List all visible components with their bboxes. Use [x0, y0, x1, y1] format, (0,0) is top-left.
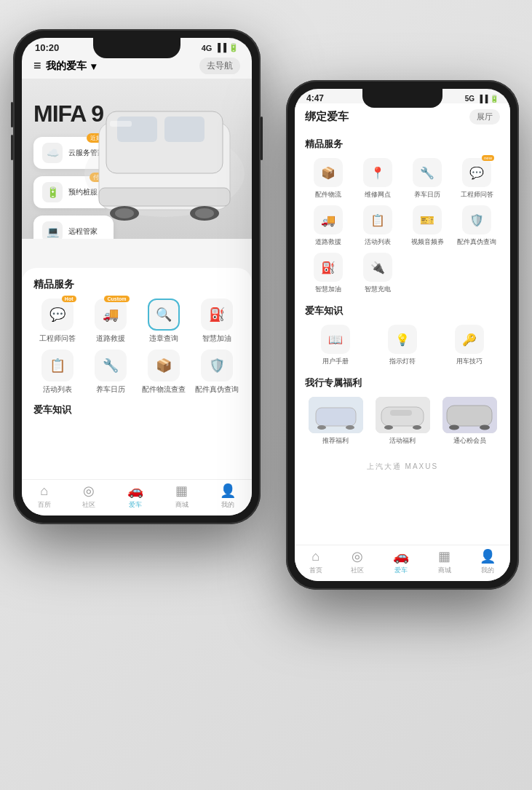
r-service-5[interactable]: 📋 活动列表 [354, 205, 401, 247]
service-icon-emoji-1: 🚚 [103, 307, 119, 323]
r-nav-car-label: 爱车 [394, 566, 408, 575]
right-services-section: 精品服务 📦 配件物流 📍 维修网点 🔧 养车日历 [305, 138, 500, 294]
r-service-2[interactable]: 🔧 养车日历 [404, 158, 450, 200]
r-nav-home-label: 首页 [309, 566, 322, 575]
service-label-6: 配件物流查查 [142, 384, 186, 395]
service-icon-0: 💬 Hot [41, 299, 74, 331]
service-item-6[interactable]: 📦 配件物流查查 [140, 349, 187, 395]
r-badge-3: new [482, 155, 494, 161]
signal-text: 4G [202, 44, 213, 52]
r-service-9[interactable]: 🔌 智慧充电 [354, 253, 401, 294]
r-service-7[interactable]: 🛡️ 配件真伪查询 [453, 205, 500, 247]
service-icon-1: 🚚 Custom [95, 299, 127, 331]
knowledge-label-0: 用户手册 [322, 357, 349, 366]
service-icon-4: 📋 [41, 349, 74, 382]
knowledge-icon-2: 🔑 [455, 325, 484, 354]
right-title: 绑定爱车 [305, 110, 349, 124]
service-icon-emoji-2: 🔍 [156, 307, 172, 323]
service-item-2[interactable]: 🔍 违章查询 [140, 299, 187, 344]
welfare-item-1[interactable]: 活动福利 [372, 397, 433, 446]
r-service-8[interactable]: ⛽ 智慧加油 [305, 253, 352, 294]
service-item-7[interactable]: 🛡️ 配件真伪查询 [193, 349, 240, 395]
r-service-6[interactable]: 🎫 视频音频券 [404, 205, 450, 247]
nav-shop-label: 商城 [175, 500, 188, 510]
welfare-item-2[interactable]: 通心粉会员 [439, 397, 500, 446]
svg-point-13 [317, 425, 326, 430]
nav-me[interactable]: 👤 我的 [220, 483, 236, 510]
brand-name: 上汽大通 MAXUS [367, 462, 438, 470]
svg-point-18 [413, 425, 421, 430]
svg-point-17 [384, 425, 393, 430]
nav-car[interactable]: 🚗 爱车 [127, 483, 143, 510]
car-hero: MIFA 9 近好奥析 ☁️ 云服务管家 付签8折 🔋 预约桩服 💻 [22, 79, 252, 239]
r-service-1[interactable]: 📍 维修网点 [354, 158, 401, 200]
left-bottom-card: 精品服务 💬 Hot 工程师问答 🚚 Custom [22, 268, 252, 479]
r-label-6: 视频音频券 [411, 237, 444, 247]
phone-right: 4:47 5G ▐▐ 🔋 绑定爱车 展厅 精品服务 📦 [286, 80, 519, 590]
r-label-7: 配件真伪查询 [457, 237, 496, 247]
left-knowledge-title: 爱车知识 [33, 403, 240, 416]
right-services-title: 精品服务 [305, 138, 500, 151]
knowledge-grid: 📖 用户手册 💡 指示灯符 🔑 用车技巧 [305, 325, 500, 366]
nav-button[interactable]: 去导航 [199, 58, 240, 74]
right-bottom-nav: ⌂ 首页 ◎ 社区 🚗 爱车 ▦ 商城 👤 我的 [295, 545, 510, 581]
knowledge-item-1[interactable]: 💡 指示灯符 [372, 325, 433, 366]
dropdown-icon[interactable]: ▾ [91, 60, 96, 72]
welfare-img-0 [309, 397, 363, 433]
svg-point-23 [480, 425, 490, 430]
r-service-4[interactable]: 🚚 道路救援 [305, 205, 352, 247]
r-icon-1: 📍 [363, 158, 392, 187]
svg-rect-4 [164, 116, 205, 142]
r-label-2: 养车日历 [414, 190, 440, 200]
car-icon: 🚗 [127, 483, 143, 499]
svg-rect-10 [110, 121, 132, 127]
battery-icon2: 🔋 [42, 182, 63, 202]
svg-rect-16 [381, 407, 424, 426]
service-item-1[interactable]: 🚚 Custom 道路救援 [87, 299, 134, 344]
r-label-8: 智慧加油 [315, 285, 341, 294]
r-nav-shop[interactable]: ▦ 商城 [438, 548, 451, 575]
r-car-icon: 🚗 [393, 548, 409, 564]
service-item-0[interactable]: 💬 Hot 工程师问答 [33, 299, 81, 344]
battery-icon: ▐▐ 🔋 [215, 43, 239, 52]
r-nav-me-label: 我的 [481, 566, 494, 575]
showroom-button[interactable]: 展厅 [469, 109, 500, 125]
nav-home-label: 百所 [38, 500, 51, 510]
r-nav-me[interactable]: 👤 我的 [480, 548, 496, 575]
r-service-0[interactable]: 📦 配件物流 [305, 158, 352, 200]
r-nav-car[interactable]: 🚗 爱车 [393, 548, 409, 575]
knowledge-item-0[interactable]: 📖 用户手册 [305, 325, 366, 366]
r-nav-home[interactable]: ⌂ 首页 [309, 549, 322, 575]
nav-me-label: 我的 [221, 500, 234, 510]
right-status-icons: 5G ▐▐ 🔋 [465, 95, 499, 103]
r-service-3[interactable]: 💬 new 工程师问答 [453, 158, 500, 200]
service-item-5[interactable]: 🔧 养车日历 [87, 349, 134, 395]
service-icon-2: 🔍 [148, 299, 180, 331]
left-screen: 10:20 4G ▐▐ 🔋 ≡ 我的爱车 ▾ 去导航 MIFA 9 [22, 38, 252, 516]
right-welfare-title: 我行专属福利 [305, 376, 500, 390]
r-label-9: 智慧充电 [365, 285, 391, 294]
nav-community[interactable]: ◎ 社区 [82, 483, 95, 510]
left-time: 10:20 [35, 42, 59, 53]
service-item-4[interactable]: 📋 活动列表 [33, 349, 81, 395]
left-title-area: ≡ 我的爱车 ▾ [33, 58, 96, 74]
right-welfare-section: 我行专属福利 推荐福利 [305, 376, 500, 446]
service-label-5: 养车日历 [96, 384, 125, 395]
right-content: 精品服务 📦 配件物流 📍 维修网点 🔧 养车日历 [295, 130, 510, 550]
service-label-3: 智慧加油 [202, 333, 231, 344]
menu-icon[interactable]: ≡ [33, 58, 41, 74]
r-icon-4: 🚚 [314, 205, 343, 234]
service-item-3[interactable]: ⛽ 智慧加油 [193, 299, 240, 344]
r-shop-icon: ▦ [438, 548, 450, 564]
service-icon-emoji-4: 📋 [49, 358, 65, 374]
welfare-grid: 推荐福利 [305, 397, 500, 446]
brand-footer: 上汽大通 MAXUS [305, 456, 500, 475]
r-nav-community[interactable]: ◎ 社区 [351, 548, 364, 575]
welfare-img-2 [442, 397, 497, 433]
nav-home[interactable]: ⌂ 百所 [38, 483, 51, 510]
nav-shop[interactable]: ▦ 商城 [175, 483, 188, 510]
r-icon-9: 🔌 [363, 253, 392, 282]
welfare-item-0[interactable]: 推荐福利 [305, 397, 366, 446]
knowledge-item-2[interactable]: 🔑 用车技巧 [439, 325, 500, 366]
welfare-img-1 [376, 397, 430, 433]
